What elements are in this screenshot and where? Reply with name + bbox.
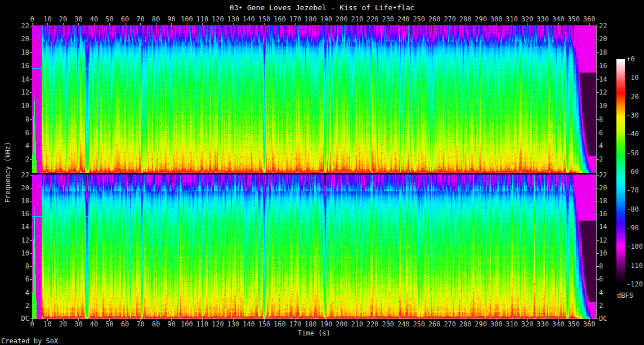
footer-credit: Created by SoX: [1, 337, 58, 345]
time-tick-label-bottom: 310: [506, 321, 518, 328]
tick-mark: [450, 23, 450, 25]
time-tick-label-bottom: 190: [320, 321, 332, 328]
colorbar-tick-label: -80: [627, 206, 639, 213]
tick-mark: [140, 23, 141, 25]
time-tick-label-bottom: 150: [258, 321, 271, 328]
time-tick-label-top: 70: [136, 16, 144, 23]
tick-mark: [30, 79, 32, 80]
spectrogram-channel-1: [32, 25, 596, 173]
colorbar-tick-label: -30: [627, 112, 639, 119]
tick-mark: [311, 319, 311, 321]
tick-mark: [249, 319, 249, 321]
time-tick-label-top: 260: [428, 16, 441, 23]
time-tick-label-bottom: 360: [583, 321, 596, 328]
freq-tick-label-right: 6: [599, 129, 603, 136]
time-tick-label-bottom: 60: [121, 321, 129, 328]
freq-tick-label-left: 20: [21, 35, 29, 42]
time-tick-label-top: 50: [105, 16, 113, 23]
tick-mark: [280, 23, 280, 25]
time-tick-label-top: 280: [459, 16, 472, 23]
time-tick-label-bottom: 30: [74, 321, 82, 328]
tick-mark: [326, 23, 327, 25]
freq-tick-label-left: 14: [21, 223, 29, 230]
tick-mark: [543, 319, 543, 321]
time-tick-label-top: 360: [583, 16, 596, 23]
tick-mark: [125, 23, 126, 25]
tick-mark: [156, 319, 156, 321]
colorbar-unit-label: dBFS: [617, 292, 633, 299]
freq-tick-label-left: 10: [21, 250, 29, 257]
tick-mark: [597, 214, 599, 214]
tick-mark: [30, 279, 32, 280]
tick-mark: [218, 319, 218, 321]
time-tick-label-top: 240: [397, 16, 410, 23]
tick-mark: [30, 214, 32, 214]
freq-tick-label-right: 8: [599, 116, 603, 123]
time-tick-label-bottom: 200: [336, 321, 348, 328]
tick-mark: [32, 23, 33, 25]
tick-mark: [450, 319, 450, 321]
tick-mark: [63, 319, 64, 321]
tick-mark: [597, 293, 599, 293]
tick-mark: [497, 23, 497, 25]
time-tick-label-bottom: 10: [43, 321, 51, 328]
tick-mark: [342, 319, 342, 321]
freq-tick-label-right: 22: [599, 23, 607, 29]
tick-mark: [597, 26, 599, 26]
tick-mark: [373, 23, 373, 25]
freq-tick-label-left: 18: [21, 198, 29, 204]
time-tick-label-top: 0: [30, 16, 34, 23]
tick-mark: [558, 23, 559, 25]
time-tick-label-top: 60: [121, 16, 129, 23]
freq-tick-label-right: DC: [599, 315, 607, 322]
tick-mark: [435, 319, 435, 321]
freq-tick-label-right: 16: [599, 210, 607, 217]
time-tick-label-bottom: 70: [136, 321, 144, 328]
freq-tick-label-right: 2: [599, 302, 603, 309]
time-tick-label-top: 140: [243, 16, 255, 23]
time-tick-label-bottom: 180: [305, 321, 317, 328]
time-tick-label-bottom: 230: [382, 321, 394, 328]
tick-mark: [187, 319, 187, 321]
colorbar-tick-label: -10: [627, 74, 639, 81]
colorbar-tick-label: -70: [627, 187, 639, 194]
time-tick-label-bottom: 90: [167, 321, 175, 328]
time-tick-label-bottom: 320: [521, 321, 534, 328]
tick-mark: [171, 23, 172, 25]
freq-tick-label-right: 18: [599, 198, 607, 204]
time-tick-label-bottom: 330: [536, 321, 549, 328]
tick-mark: [597, 201, 599, 201]
tick-mark: [597, 52, 599, 53]
colorbar-tick-label: +0: [627, 56, 634, 62]
tick-mark: [597, 146, 599, 146]
freq-tick-label-right: 20: [599, 35, 607, 42]
colorbar-gradient: [616, 59, 625, 284]
time-tick-label-bottom: 20: [59, 321, 67, 328]
freq-tick-label-left: 8: [25, 116, 29, 123]
freq-tick-label-right: 10: [599, 102, 607, 109]
tick-mark: [597, 159, 599, 160]
spectrogram-channel-2: [32, 174, 596, 319]
tick-mark: [295, 319, 296, 321]
tick-mark: [512, 23, 512, 25]
time-tick-label-bottom: 100: [181, 321, 193, 328]
tick-mark: [30, 201, 32, 201]
time-tick-label-bottom: 160: [274, 321, 286, 328]
time-tick-label-top: 340: [552, 16, 565, 23]
freq-tick-label-right: 8: [599, 263, 603, 270]
tick-mark: [30, 66, 32, 66]
freq-tick-label-right: 12: [599, 237, 607, 244]
tick-mark: [597, 39, 599, 39]
tick-mark: [497, 319, 497, 321]
time-tick-label-bottom: 80: [152, 321, 160, 328]
tick-mark: [280, 319, 280, 321]
tick-mark: [481, 23, 481, 25]
tick-mark: [78, 23, 79, 25]
time-tick-label-top: 40: [90, 16, 98, 23]
tick-mark: [47, 319, 48, 321]
time-tick-label-top: 110: [196, 16, 209, 23]
time-tick-label-top: 10: [43, 16, 51, 23]
tick-mark: [543, 23, 543, 25]
freq-tick-label-left: 4: [25, 142, 29, 149]
tick-mark: [30, 175, 32, 176]
